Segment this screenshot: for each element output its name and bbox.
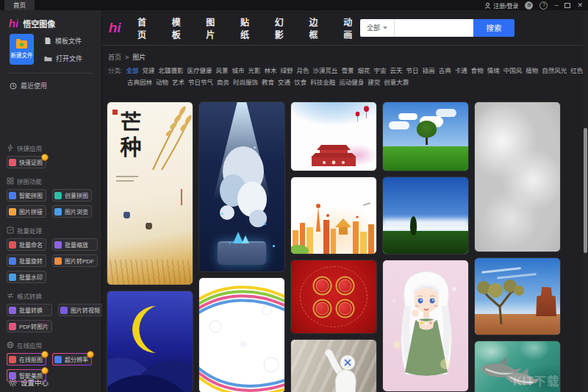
sidebar-item-creative-collage[interactable]: 创意拼图	[52, 189, 92, 202]
image-card-desert-rock[interactable]	[474, 257, 561, 335]
image-card-grunge-texture[interactable]	[474, 101, 561, 252]
new-file-button[interactable]: 新建文件	[10, 34, 34, 65]
nav-tab[interactable]: 贴纸	[240, 15, 257, 40]
minimize-button[interactable]: –	[554, 2, 558, 9]
category-chip[interactable]: 情绪	[487, 65, 500, 74]
sidebar-item-super-resolution[interactable]: 超分辨率	[52, 353, 92, 366]
sidebar-item-batch-watermark[interactable]: 批量水印	[7, 271, 46, 283]
category-chip[interactable]: 科技金融	[310, 77, 335, 86]
smart-collage-icon	[9, 192, 16, 199]
category-chip[interactable]: 创意大赛	[384, 77, 409, 86]
help-icon[interactable]: ?	[539, 1, 548, 10]
farmer-figure	[146, 222, 152, 229]
nav-tab[interactable]: 图片	[206, 15, 223, 40]
category-chip[interactable]: 节日节气	[188, 77, 213, 86]
category-chip[interactable]: 动物	[156, 77, 168, 86]
sidebar-item-pdf-to-image[interactable]: PDF转图片	[7, 320, 52, 332]
category-chip[interactable]: 古典园林	[127, 77, 152, 86]
category-chip[interactable]: 医疗健康	[187, 65, 212, 74]
image-card-rainbow-frame[interactable]	[198, 277, 285, 392]
nav-tab[interactable]: 边框	[309, 15, 326, 40]
category-filter: 分类:全部党建北疆摄影医疗健康风景城市光影林木绿野月色沙漠荒丘雪景烟花宇宙云天节…	[108, 65, 588, 86]
sidebar-item-image-to-video[interactable]: 图片转视频	[58, 304, 104, 316]
image-card-crescent-moon[interactable]	[107, 291, 193, 392]
image-card-girl-illustration[interactable]	[382, 260, 469, 392]
category-chip[interactable]: 党建	[142, 65, 154, 74]
category-chip[interactable]: 云天	[390, 65, 403, 74]
nav-tab[interactable]: 模板	[172, 15, 189, 40]
category-chip[interactable]: 节日	[406, 65, 419, 74]
category-chip[interactable]: 商务	[217, 77, 229, 86]
category-chip[interactable]: 交通	[278, 77, 290, 86]
batch-watermark-icon	[9, 274, 16, 281]
card-art: 芒种	[107, 102, 193, 285]
search-filter-dropdown[interactable]: 全部	[360, 19, 394, 37]
category-chip[interactable]: 插画	[423, 65, 435, 74]
image-card-red-medallions[interactable]	[290, 260, 377, 334]
category-chip[interactable]: 沙漠荒丘	[313, 65, 338, 74]
image-card-lone-tree[interactable]	[382, 101, 469, 171]
nav-tab[interactable]: 幻影	[275, 15, 292, 40]
image-card-blue-sky-meadow[interactable]	[382, 177, 469, 254]
category-row-1: 分类:全部党建北疆摄影医疗健康风景城市光影林木绿野月色沙漠荒丘雪景烟花宇宙云天节…	[108, 65, 588, 74]
close-button[interactable]: ✕	[577, 2, 583, 9]
nav-tab[interactable]: 首页	[137, 15, 154, 40]
category-chip[interactable]: 林木	[264, 65, 276, 74]
sidebar-item-image-stitch[interactable]: 图片拼接	[7, 205, 46, 218]
search-input[interactable]	[395, 19, 473, 37]
category-chip[interactable]: 教育	[262, 77, 274, 86]
sidebar-item-quick-id-photo[interactable]: 快速证照	[7, 156, 46, 168]
category-chip[interactable]: 运动健身	[339, 77, 364, 86]
category-chip[interactable]: 艺术	[172, 77, 184, 86]
category-chip[interactable]: 月色	[297, 65, 309, 74]
scrollbar[interactable]	[583, 10, 588, 392]
category-chip[interactable]: 宇宙	[374, 65, 387, 74]
settings-gear-icon[interactable]: ⚙	[525, 1, 533, 10]
image-card-dolphins[interactable]: KIT下载 net	[474, 341, 561, 392]
image-card-tiananmen-watercolor[interactable]	[290, 101, 377, 171]
settings-center-button[interactable]: 设置中心	[9, 377, 49, 388]
sidebar-item-batch-rename[interactable]: 批量命名	[7, 238, 46, 251]
sidebar-item-batch-rotate[interactable]: 批量旋转	[7, 254, 46, 267]
sidebar-item-smart-collage[interactable]: 智能拼图	[7, 189, 46, 202]
breadcrumb-home[interactable]: 首页	[108, 52, 121, 62]
category-chip[interactable]: 食物	[471, 65, 484, 74]
sidebar-item-batch-convert[interactable]: 批量转换	[7, 304, 52, 316]
category-chip[interactable]: 北疆摄影	[158, 65, 183, 74]
search-button[interactable]: 搜索	[473, 19, 514, 37]
category-chip[interactable]: 植物	[526, 65, 538, 74]
sidebar-item-online-cutout[interactable]: 在线抠图	[7, 353, 46, 366]
category-chip[interactable]: 中国风	[503, 65, 523, 74]
recent-files-item[interactable]: 最近使用	[10, 81, 101, 90]
category-chip[interactable]: 时尚服饰	[233, 77, 258, 86]
gallery-column-3	[290, 101, 377, 392]
category-chip[interactable]: 卡通	[455, 65, 467, 74]
image-card-mangzhong-poster[interactable]: 芒种	[107, 101, 193, 285]
sidebar-item-image-to-pdf[interactable]: 图片转PDF	[52, 254, 98, 267]
image-card-city-skyline[interactable]	[290, 177, 377, 254]
sidebar-item-batch-resize[interactable]: 批量缩放	[52, 238, 98, 251]
category-chip[interactable]: 古典	[439, 65, 451, 74]
category-chip[interactable]: 雪景	[342, 65, 354, 74]
nav-tab[interactable]: 动画	[343, 15, 360, 40]
balloon	[356, 112, 360, 116]
scrollbar-thumb[interactable]	[584, 128, 587, 253]
open-file-button[interactable]: 打开文件	[44, 54, 82, 63]
category-chip[interactable]: 建党	[368, 77, 380, 86]
window-tab-home[interactable]: 首页	[4, 0, 35, 10]
login-register-link[interactable]: 注册/登录	[484, 1, 518, 10]
category-chip[interactable]: 饮食	[294, 77, 306, 86]
app-window: 首页 注册/登录 ⚙ ? – ✕ hi 悟空图像 新建文件	[0, 0, 588, 392]
image-card-protective-suit[interactable]	[290, 339, 377, 392]
image-card-fantasy-night[interactable]	[198, 101, 285, 272]
category-chip[interactable]: 光影	[248, 65, 260, 74]
category-chip[interactable]: 风景	[215, 65, 228, 74]
maximize-button[interactable]	[564, 3, 570, 8]
category-chip[interactable]: 全部	[126, 65, 138, 74]
category-chip[interactable]: 烟花	[358, 65, 370, 74]
category-chip[interactable]: 绿野	[281, 65, 293, 74]
sidebar-item-image-browser[interactable]: 图片浏览	[52, 205, 92, 218]
category-chip[interactable]: 自然风光	[542, 65, 567, 74]
category-chip[interactable]: 城市	[232, 65, 244, 74]
template-file-button[interactable]: 模板文件	[44, 36, 82, 46]
